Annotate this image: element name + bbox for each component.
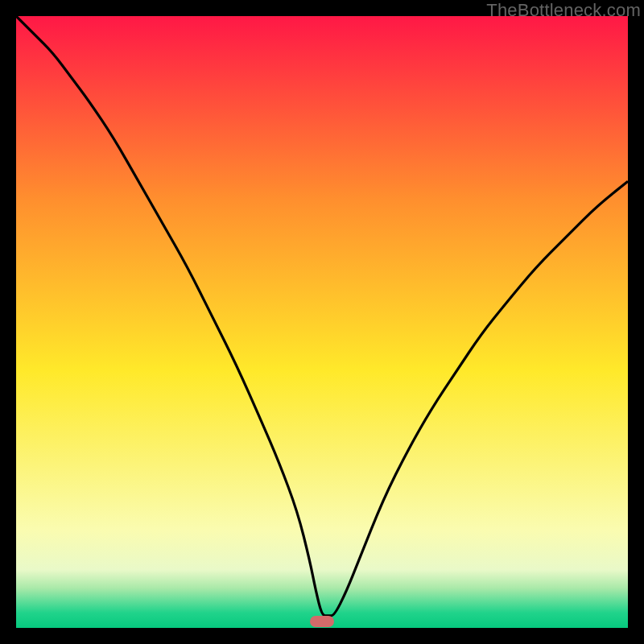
- plot-area: [16, 16, 628, 628]
- bottleneck-curve: [16, 16, 628, 628]
- chart-frame: TheBottleneck.com: [0, 0, 644, 644]
- watermark-text: TheBottleneck.com: [486, 0, 641, 21]
- optimal-point-marker: [310, 616, 334, 627]
